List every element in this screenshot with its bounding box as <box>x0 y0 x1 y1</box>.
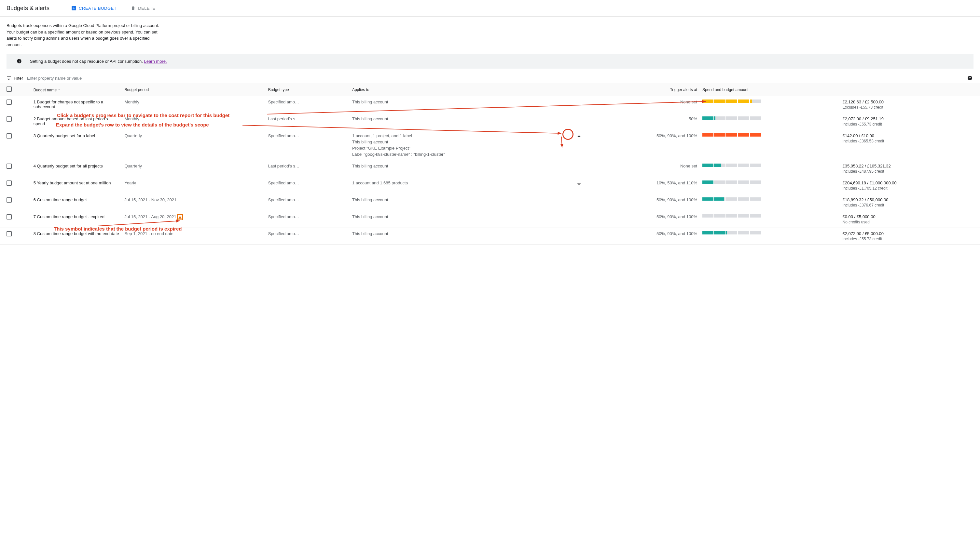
credit-note: Includes -£55.73 credit <box>842 237 977 241</box>
applies-to: This billing account <box>349 113 560 130</box>
budget-name[interactable]: 8 Custom time range budget with no end d… <box>31 228 122 245</box>
create-budget-button[interactable]: CREATE BUDGET <box>69 3 119 13</box>
budget-type: Specified amo… <box>265 177 349 194</box>
budget-period: Jul 15, 2021 - Aug 20, 2021 <box>122 211 265 228</box>
trigger-alerts: 50%, 90%, and 100% <box>598 130 700 160</box>
progress-segment <box>726 133 737 136</box>
progress-bar[interactable] <box>702 181 761 184</box>
svg-rect-6 <box>8 79 10 79</box>
budgets-table: Budget name↑ Budget period Budget type A… <box>0 83 980 245</box>
svg-rect-4 <box>7 76 11 77</box>
select-all-checkbox[interactable] <box>7 87 12 92</box>
applies-to-detail: Label "goog-k8s-cluster-name" : "billing… <box>352 152 557 157</box>
trigger-alerts: 10%, 50%, and 110% <box>598 177 700 194</box>
learn-more-link[interactable]: Learn more. <box>144 59 167 64</box>
sort-asc-icon: ↑ <box>58 87 60 92</box>
progress-bar[interactable] <box>702 100 761 103</box>
progress-segment <box>750 117 761 120</box>
info-banner: Setting a budget does not cap resource o… <box>7 54 973 69</box>
budget-name[interactable]: 4 Quarterly budget set for all projects <box>31 160 122 177</box>
table-row[interactable]: 6 Custom time range budgetJul 15, 2021 -… <box>0 194 980 211</box>
trigger-alerts: 50%, 90%, and 100% <box>598 211 700 228</box>
row-checkbox[interactable] <box>7 100 12 105</box>
budget-name[interactable]: 1 Budget for charges not specific to a s… <box>31 96 122 113</box>
col-trigger[interactable]: Trigger alerts at <box>598 83 700 96</box>
credit-note: Includes -£376.67 credit <box>842 203 977 207</box>
svg-rect-5 <box>8 78 10 78</box>
col-period[interactable]: Budget period <box>122 83 265 96</box>
table-row[interactable]: 2 Budget amount based on last period's s… <box>0 113 980 130</box>
filter-bar: Filter ? <box>0 73 980 83</box>
trigger-alerts: 50%, 90%, and 100% <box>598 194 700 211</box>
progress-segment <box>738 231 749 235</box>
applies-to: This billing account <box>349 194 560 211</box>
row-checkbox[interactable] <box>7 133 12 138</box>
progress-segment <box>738 164 749 167</box>
progress-segment <box>726 197 737 201</box>
row-checkbox[interactable] <box>7 231 12 236</box>
progress-segment <box>702 181 713 184</box>
budget-name[interactable]: 3 Quarterly budget set for a label <box>31 130 122 160</box>
row-checkbox[interactable] <box>7 117 12 121</box>
credit-note: Includes -£487.95 credit <box>842 169 977 174</box>
budget-period: Jul 15, 2021 - Nov 30, 2021 <box>122 194 265 211</box>
spend-amount: £2,128.63 / £2,500.00 <box>842 100 977 104</box>
progress-segment <box>714 197 725 201</box>
progress-segment <box>750 100 761 103</box>
progress-bar[interactable] <box>702 214 761 218</box>
progress-bar[interactable] <box>702 133 761 136</box>
budget-name[interactable]: 7 Custom time range budget - expired <box>31 211 122 228</box>
table-row[interactable]: 1 Budget for charges not specific to a s… <box>0 96 980 113</box>
progress-segment <box>738 214 749 218</box>
progress-segment <box>702 197 713 201</box>
progress-segment <box>750 164 761 167</box>
table-row[interactable]: 5 Yearly budget amount set at one millio… <box>0 177 980 194</box>
progress-bar[interactable] <box>702 197 761 201</box>
delete-button[interactable]: DELETE <box>128 3 158 13</box>
table-row[interactable]: 8 Custom time range budget with no end d… <box>0 228 980 245</box>
trigger-alerts: None set <box>598 160 700 177</box>
chevron-up-icon[interactable] <box>576 136 582 141</box>
chevron-down-icon[interactable] <box>576 183 582 188</box>
budget-name[interactable]: 6 Custom time range budget <box>31 194 122 211</box>
progress-segment <box>714 117 725 120</box>
progress-segment <box>714 133 725 136</box>
trigger-alerts: 50%, 90%, and 100% <box>598 228 700 245</box>
page-title: Budgets & alerts <box>7 5 49 12</box>
col-name[interactable]: Budget name↑ <box>31 83 122 96</box>
row-checkbox[interactable] <box>7 197 12 203</box>
progress-bar[interactable] <box>702 231 761 235</box>
col-spend[interactable]: Spend and budget amount <box>700 83 840 96</box>
row-checkbox[interactable] <box>7 181 12 185</box>
row-checkbox[interactable] <box>7 214 12 220</box>
budget-name[interactable]: 5 Yearly budget amount set at one millio… <box>31 177 122 194</box>
applies-to-detail: This billing account <box>352 140 557 144</box>
spend-amount: £18,890.32 / £50,000.00 <box>842 197 977 202</box>
info-icon <box>16 58 22 64</box>
table-row[interactable]: 7 Custom time range budget - expiredJul … <box>0 211 980 228</box>
spend-amount: £204,690.18 / £1,000,000.00 <box>842 181 977 185</box>
budget-period: Monthly <box>122 96 265 113</box>
progress-segment <box>750 231 761 235</box>
progress-bar[interactable] <box>702 164 761 167</box>
budget-period: Monthly <box>122 113 265 130</box>
applies-to: 1 account, 1 project, and 1 labelThis bi… <box>349 130 560 160</box>
progress-segment <box>726 231 737 235</box>
progress-segment <box>750 214 761 218</box>
col-type[interactable]: Budget type <box>265 83 349 96</box>
trigger-alerts: None set <box>598 96 700 113</box>
help-icon[interactable]: ? <box>967 75 973 81</box>
filter-input[interactable] <box>27 76 974 80</box>
row-checkbox[interactable] <box>7 164 12 169</box>
col-applies[interactable]: Applies to <box>349 83 560 96</box>
table-row[interactable]: 4 Quarterly budget set for all projectsQ… <box>0 160 980 177</box>
progress-bar[interactable] <box>702 117 761 120</box>
filter-label[interactable]: Filter <box>6 75 23 81</box>
credit-note: Includes -£365.53 credit <box>842 139 977 143</box>
table-row[interactable]: 3 Quarterly budget set for a labelQuarte… <box>0 130 980 160</box>
progress-segment <box>738 197 749 201</box>
budget-name[interactable]: 2 Budget amount based on last period's s… <box>31 113 122 130</box>
progress-segment <box>702 133 713 136</box>
progress-segment <box>738 100 749 103</box>
budget-period: Yearly <box>122 177 265 194</box>
